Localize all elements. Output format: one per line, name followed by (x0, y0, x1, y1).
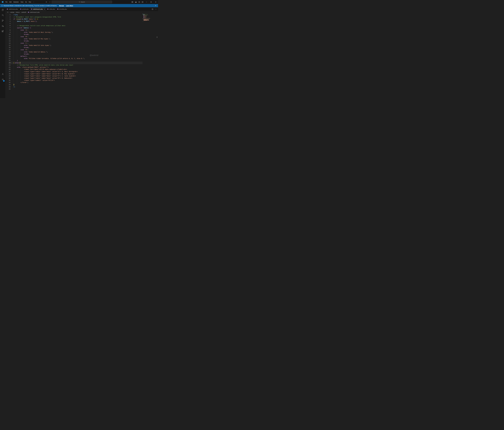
code-line-17: 17 case 'D': (6, 49, 143, 51)
code-content[interactable]: case 'A': (10, 29, 143, 31)
indent-guide (13, 25, 14, 27)
line-number: 17 (6, 49, 10, 51)
tab-while.php[interactable]: while.php (46, 7, 56, 11)
split-editor-icon[interactable] (152, 8, 153, 10)
code-content[interactable]: <input type="submit" value="Pilih"> (10, 79, 143, 81)
code-content[interactable]: // Mengambil input dari pengguna menggun… (10, 16, 143, 18)
code-line-9: 9 echo "Anda memilih Nasi Goreng."; (6, 31, 143, 34)
code-content[interactable]: echo '<form method="POST" action=""> (10, 66, 143, 68)
toggle-secondary-sidebar-icon[interactable] (137, 0, 141, 4)
menu-⋯[interactable]: ⋯ (32, 1, 35, 3)
code-editor[interactable]: 1<?php2// Mengambil input dari pengguna … (6, 13, 158, 98)
breadcrumb-item[interactable]: xampp (10, 11, 14, 13)
indent-guide (13, 75, 14, 77)
code-content[interactable]: case 'C': (10, 42, 143, 44)
code-content[interactable]: </form>'; (10, 81, 143, 84)
tab-do-while.php[interactable]: do-while.php (56, 7, 68, 11)
minimize-button[interactable] (144, 0, 149, 4)
more-actions-icon[interactable]: ⋯ (155, 8, 157, 10)
menu-go[interactable]: Go (24, 1, 28, 3)
code-content[interactable]: } (10, 60, 143, 62)
code-content[interactable]: case 'B': (10, 36, 143, 38)
code-content[interactable]: echo "Anda memilih Sate Ayam."; (10, 44, 143, 46)
code-line-15: 15 echo "Anda memilih Sate Ayam."; (6, 44, 143, 46)
code-content[interactable]: if (isset($_POST['menu'])) { (10, 18, 143, 20)
code-content[interactable]: // Menampilkan form HTML untuk memilih m… (10, 64, 143, 66)
code-content[interactable] (10, 88, 143, 90)
toggle-primary-sidebar-icon[interactable] (131, 0, 134, 4)
menu-edit[interactable]: Edit (8, 1, 12, 3)
code-content[interactable]: case 'D': (10, 49, 143, 51)
accounts-button[interactable] (0, 72, 6, 77)
code-content[interactable]: echo "Anda memilih Mie Ayam."; (10, 38, 143, 40)
code-content[interactable]: break; (10, 53, 143, 55)
code-line-29: 29 <input type="radio" name="menu" value… (6, 75, 143, 77)
code-content[interactable]: $menu = $_POST['menu']; (10, 20, 143, 22)
line-number: 12 (6, 38, 10, 40)
breadcrumb-item[interactable]: htdocs (16, 11, 20, 13)
settings-badge: 1 (3, 80, 5, 82)
code-content[interactable]: ?> (10, 86, 143, 88)
menu-selection[interactable]: Selection (12, 1, 19, 3)
explorer-button[interactable] (0, 7, 6, 13)
minimap[interactable] (143, 14, 152, 22)
close-tab-icon[interactable]: × (44, 8, 45, 10)
tab-switchcase1.php[interactable]: switchcase1.php× (30, 7, 46, 11)
code-content[interactable]: break; (10, 40, 143, 42)
tab-switchcase.php[interactable]: switchcase.php (6, 7, 19, 11)
code-content[interactable]: <label for="menu">Pilih menu makanan:</l… (10, 68, 143, 71)
menu-view[interactable]: View (20, 1, 24, 3)
run-and-debug-button[interactable] (0, 23, 6, 29)
code-content[interactable]: break; (10, 33, 143, 36)
settings-button[interactable]: 1 (0, 77, 6, 82)
indent-guide (20, 75, 21, 77)
maximize-button[interactable] (149, 0, 153, 4)
code-content[interactable]: <input type="radio" name="menu" value="D… (10, 77, 143, 79)
back-button[interactable]: ← (45, 1, 48, 3)
code-line-34: 34?> (6, 86, 143, 88)
code-content[interactable]: break; (10, 46, 143, 49)
line-number: 21 (6, 57, 10, 60)
search-box[interactable]: Search (52, 1, 112, 3)
forward-button[interactable]: → (48, 1, 51, 3)
breadcrumb-item[interactable]: walictd5 (21, 11, 26, 13)
window-controls (131, 0, 158, 4)
source-control-button[interactable] (0, 18, 6, 23)
close-window-button[interactable] (153, 0, 158, 4)
watermark: @walictd (90, 54, 98, 56)
extensions-button[interactable] (0, 29, 6, 34)
indent-guide (13, 44, 14, 46)
chevron-right-icon: › (20, 11, 21, 13)
code-content[interactable]: switch ($menu) { (10, 27, 143, 29)
toggle-panel-icon[interactable] (134, 0, 137, 4)
code-content[interactable]: } (10, 84, 143, 86)
line-number: 29 (6, 75, 10, 77)
code-content[interactable]: <?php (10, 14, 143, 16)
banner-close-icon[interactable] (154, 4, 157, 7)
menu-run[interactable]: Run (28, 1, 32, 3)
learn-more-link[interactable]: Learn More (66, 5, 73, 7)
menu-file[interactable]: File (4, 1, 8, 3)
code-content[interactable]: echo "Pilihan tidak tersedia. Silakan pi… (10, 57, 143, 60)
code-content[interactable]: echo "Anda memilih Nasi Goreng."; (10, 31, 143, 34)
indent-guide (13, 40, 14, 42)
scrollbar-marker[interactable] (157, 36, 157, 38)
code-content[interactable]: <input type="radio" name="menu" value="C… (10, 75, 143, 77)
line-number: 20 (6, 55, 10, 57)
code-content[interactable]: default: (10, 55, 143, 57)
line-number: 1 (6, 14, 10, 16)
code-content[interactable]: // Menggunakan switch-case untuk mempros… (10, 25, 143, 27)
editor-group: switchcase.phpjumlah.phpswitchcase1.php×… (6, 7, 158, 98)
breadcrumb-item[interactable]: C: (7, 11, 9, 13)
code-content[interactable]: <input type="radio" name="menu" value="A… (10, 71, 143, 73)
manage-link[interactable]: Manage (59, 5, 64, 7)
breadcrumb-file[interactable]: switchcase1.php (28, 11, 39, 13)
code-content[interactable] (10, 22, 143, 25)
code-content[interactable]: echo "Anda memilih Bakso."; (10, 51, 143, 53)
search-sidebar-button[interactable] (0, 13, 6, 18)
line-number: 5 (6, 22, 10, 25)
customize-layout-icon[interactable] (141, 0, 144, 4)
code-content[interactable]: } else { (10, 62, 143, 64)
tab-jumlah.php[interactable]: jumlah.php (19, 7, 30, 11)
code-content[interactable]: <input type="radio" name="menu" value="B… (10, 73, 143, 75)
